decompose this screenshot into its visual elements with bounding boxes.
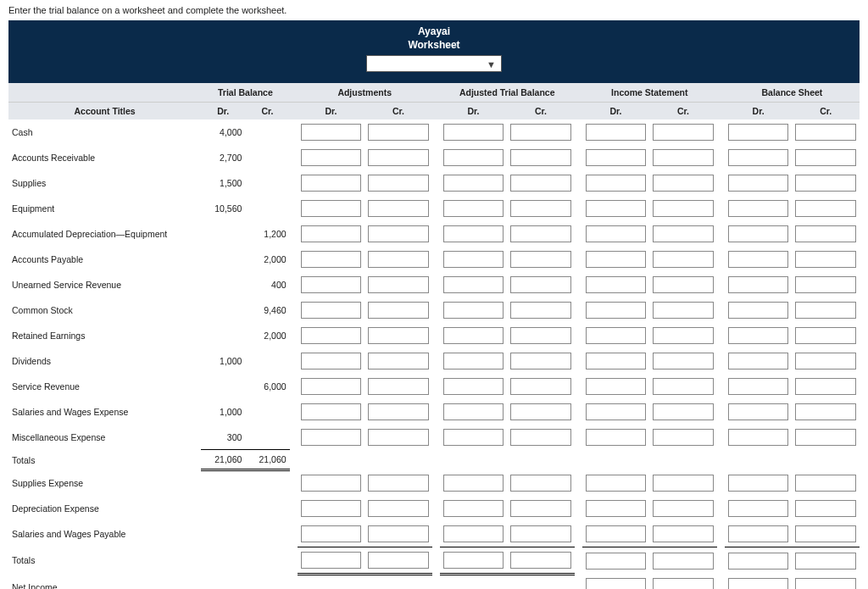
bs-dr-input[interactable]	[728, 124, 788, 141]
bs-cr-input[interactable]	[795, 500, 856, 517]
is-cr-input[interactable]	[653, 403, 714, 420]
adj-dr-input[interactable]	[301, 403, 361, 420]
bs-cr-input[interactable]	[795, 525, 856, 542]
atb-dr-input[interactable]	[443, 124, 504, 141]
adj-dr-input[interactable]	[301, 276, 361, 293]
bs-dr-input[interactable]	[728, 378, 788, 395]
bs-cr-input[interactable]	[795, 475, 856, 492]
totals2-atb-dr-input[interactable]	[443, 552, 504, 569]
adj-dr-input[interactable]	[301, 353, 361, 370]
is-dr-input[interactable]	[586, 175, 646, 192]
bs-cr-input[interactable]	[795, 175, 856, 192]
atb-dr-input[interactable]	[443, 353, 504, 370]
adj-dr-input[interactable]	[301, 500, 361, 517]
is-cr-input[interactable]	[653, 475, 714, 492]
adj-cr-input[interactable]	[368, 403, 428, 420]
adj-cr-input[interactable]	[368, 429, 428, 446]
bs-dr-input[interactable]	[728, 251, 788, 268]
atb-dr-input[interactable]	[443, 475, 504, 492]
adj-dr-input[interactable]	[301, 225, 361, 242]
bs-dr-input[interactable]	[728, 149, 788, 166]
adj-dr-input[interactable]	[301, 475, 361, 492]
ni-is-cr-input[interactable]	[653, 578, 714, 589]
adj-cr-input[interactable]	[368, 302, 428, 319]
atb-dr-input[interactable]	[443, 525, 504, 542]
is-dr-input[interactable]	[586, 475, 646, 492]
bs-dr-input[interactable]	[728, 429, 788, 446]
atb-cr-input[interactable]	[510, 403, 570, 420]
bs-dr-input[interactable]	[728, 327, 788, 344]
is-cr-input[interactable]	[653, 525, 714, 542]
is-dr-input[interactable]	[586, 353, 646, 370]
totals2-bs-dr-input[interactable]	[728, 553, 788, 570]
is-dr-input[interactable]	[586, 429, 646, 446]
bs-cr-input[interactable]	[795, 124, 856, 141]
is-cr-input[interactable]	[653, 302, 714, 319]
atb-dr-input[interactable]	[443, 500, 504, 517]
bs-cr-input[interactable]	[795, 429, 856, 446]
totals2-atb-cr-input[interactable]	[510, 552, 570, 569]
ni-is-dr-input[interactable]	[586, 578, 646, 589]
is-dr-input[interactable]	[586, 124, 646, 141]
totals2-bs-cr-input[interactable]	[795, 553, 856, 570]
is-dr-input[interactable]	[586, 149, 646, 166]
atb-dr-input[interactable]	[443, 327, 504, 344]
bs-cr-input[interactable]	[795, 378, 856, 395]
adj-dr-input[interactable]	[301, 251, 361, 268]
atb-cr-input[interactable]	[510, 429, 570, 446]
is-cr-input[interactable]	[653, 378, 714, 395]
is-dr-input[interactable]	[586, 225, 646, 242]
bs-cr-input[interactable]	[795, 149, 856, 166]
period-dropdown[interactable]: ▼	[366, 55, 502, 72]
adj-dr-input[interactable]	[301, 149, 361, 166]
adj-dr-input[interactable]	[301, 429, 361, 446]
is-dr-input[interactable]	[586, 378, 646, 395]
is-cr-input[interactable]	[653, 353, 714, 370]
is-cr-input[interactable]	[653, 500, 714, 517]
atb-cr-input[interactable]	[510, 302, 570, 319]
adj-cr-input[interactable]	[368, 475, 428, 492]
bs-dr-input[interactable]	[728, 225, 788, 242]
is-dr-input[interactable]	[586, 403, 646, 420]
adj-cr-input[interactable]	[368, 327, 428, 344]
adj-cr-input[interactable]	[368, 149, 428, 166]
is-cr-input[interactable]	[653, 149, 714, 166]
bs-dr-input[interactable]	[728, 525, 788, 542]
atb-cr-input[interactable]	[510, 475, 570, 492]
atb-cr-input[interactable]	[510, 124, 570, 141]
bs-dr-input[interactable]	[728, 353, 788, 370]
is-dr-input[interactable]	[586, 200, 646, 217]
atb-cr-input[interactable]	[510, 175, 570, 192]
atb-cr-input[interactable]	[510, 149, 570, 166]
bs-cr-input[interactable]	[795, 327, 856, 344]
adj-cr-input[interactable]	[368, 353, 428, 370]
adj-dr-input[interactable]	[301, 327, 361, 344]
atb-dr-input[interactable]	[443, 149, 504, 166]
ni-bs-dr-input[interactable]	[728, 578, 788, 589]
atb-cr-input[interactable]	[510, 500, 570, 517]
is-dr-input[interactable]	[586, 302, 646, 319]
bs-dr-input[interactable]	[728, 403, 788, 420]
bs-dr-input[interactable]	[728, 276, 788, 293]
ni-bs-cr-input[interactable]	[795, 578, 856, 589]
bs-cr-input[interactable]	[795, 302, 856, 319]
atb-dr-input[interactable]	[443, 403, 504, 420]
bs-dr-input[interactable]	[728, 302, 788, 319]
is-cr-input[interactable]	[653, 124, 714, 141]
bs-cr-input[interactable]	[795, 403, 856, 420]
adj-dr-input[interactable]	[301, 200, 361, 217]
adj-dr-input[interactable]	[301, 378, 361, 395]
atb-cr-input[interactable]	[510, 378, 570, 395]
adj-cr-input[interactable]	[368, 276, 428, 293]
adj-dr-input[interactable]	[301, 124, 361, 141]
is-dr-input[interactable]	[586, 500, 646, 517]
adj-dr-input[interactable]	[301, 175, 361, 192]
atb-cr-input[interactable]	[510, 225, 570, 242]
atb-dr-input[interactable]	[443, 200, 504, 217]
adj-cr-input[interactable]	[368, 251, 428, 268]
adj-cr-input[interactable]	[368, 175, 428, 192]
bs-cr-input[interactable]	[795, 353, 856, 370]
atb-cr-input[interactable]	[510, 327, 570, 344]
bs-dr-input[interactable]	[728, 200, 788, 217]
is-cr-input[interactable]	[653, 327, 714, 344]
